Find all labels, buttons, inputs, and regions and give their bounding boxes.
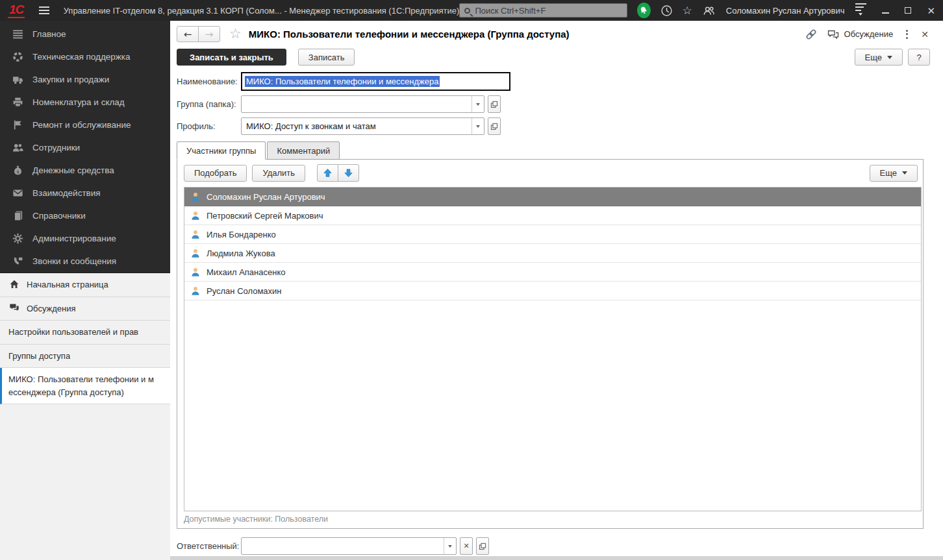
flag-icon — [12, 119, 23, 130]
name-input-selected-text: МИКО: Пользователи телефонии и мессендже… — [245, 76, 440, 87]
people-icon — [12, 142, 23, 153]
gear-icon — [12, 233, 23, 244]
tab-comment[interactable]: Комментарий — [267, 141, 340, 160]
help-button[interactable]: ? — [908, 49, 930, 66]
titlebar: 1С Управление IT-отделом 8, редакция 3.1… — [0, 0, 943, 21]
members-list: Соломахин Руслан Артурович Петровский Се… — [184, 187, 922, 511]
profile-input-value: МИКО: Доступ к звонкам и чатам — [242, 118, 472, 134]
form-close-icon[interactable]: ✕ — [921, 29, 929, 40]
sidebar-section-item[interactable]: Справочники — [0, 204, 170, 227]
command-bar: Записать и закрыть Записать Еще ? — [177, 49, 930, 66]
sidebar-section-item[interactable]: Закупки и продажи — [0, 68, 170, 91]
member-row[interactable]: Михаил Апанасенко — [184, 263, 921, 282]
member-row[interactable]: Руслан Соломахин — [184, 282, 921, 300]
sidebar-section-item[interactable]: Администрирование — [0, 227, 170, 250]
sidebar-section-item[interactable]: Техническая поддержка — [0, 45, 170, 68]
members-more-button[interactable]: Еще — [870, 165, 918, 182]
save-and-close-button[interactable]: Записать и закрыть — [177, 49, 286, 66]
save-button[interactable]: Записать — [298, 49, 355, 66]
person-icon — [190, 267, 201, 277]
discussion-icon[interactable] — [827, 29, 839, 40]
favorites-button[interactable]: ☆ — [683, 4, 692, 17]
sidebar-page-item[interactable]: МИКО: Пользователи телефонии и мессендже… — [0, 368, 170, 404]
sidebar-page-item[interactable]: Группы доступа — [0, 345, 170, 369]
window-close-button[interactable]: ✕ — [927, 6, 935, 16]
remove-member-button[interactable]: Удалить — [252, 165, 305, 182]
allowed-members-note: Допустимые участники: Пользователи — [177, 511, 923, 528]
responsible-row: Ответственный: ✕ — [177, 537, 924, 555]
lifebuoy-icon — [12, 51, 23, 62]
get-link-icon[interactable] — [805, 29, 817, 40]
page-title: МИКО: Пользователи телефонии и мессендже… — [249, 29, 570, 40]
person-icon — [190, 229, 201, 239]
group-dropdown-button[interactable] — [472, 96, 484, 112]
maximize-button[interactable] — [905, 7, 911, 14]
form-header: ← → ☆ МИКО: Пользователи телефонии и мес… — [177, 24, 924, 44]
app-window: 1С Управление IT-отделом 8, редакция 3.1… — [0, 0, 943, 560]
nav-forward-button[interactable]: → — [198, 26, 220, 42]
responsible-dropdown-button[interactable] — [444, 538, 456, 554]
chat-icon — [8, 302, 20, 313]
window-title: Управление IT-отделом 8, редакция 3.1 КО… — [64, 6, 460, 16]
responsible-clear-button[interactable]: ✕ — [460, 537, 473, 555]
service-menu-icon[interactable] — [855, 3, 866, 18]
main-menu-icon[interactable] — [39, 6, 49, 14]
mail-icon — [12, 188, 23, 199]
profile-dropdown-button[interactable] — [472, 118, 484, 134]
search-icon — [464, 8, 470, 14]
dropdown-caret-icon — [887, 56, 892, 62]
search-placeholder: Поиск Ctrl+Shift+F — [475, 6, 546, 16]
sidebar-page-item[interactable]: Начальная страница — [0, 273, 170, 297]
books-icon — [12, 210, 23, 221]
truck-icon — [12, 74, 23, 85]
sidebar-section-item[interactable]: Взаимодействия — [0, 182, 170, 204]
arrow-up-icon — [323, 168, 333, 178]
sidebar-section-item[interactable]: Сотрудники — [0, 136, 170, 159]
person-icon — [190, 248, 201, 258]
sidebar-section-item[interactable]: Ремонт и обслуживание — [0, 114, 170, 136]
minimize-button[interactable] — [882, 7, 889, 14]
move-up-button[interactable] — [317, 164, 338, 182]
member-row[interactable]: Соломахин Руслан Артурович — [184, 188, 921, 206]
sidebar-section-item[interactable]: Звонки и сообщения — [0, 250, 170, 273]
form-more-button[interactable]: Еще — [855, 49, 903, 66]
discussion-label[interactable]: Обсуждение — [844, 29, 894, 39]
form-area: ← → ☆ МИКО: Пользователи телефонии и мес… — [170, 21, 943, 560]
pick-members-button[interactable]: Подобрать — [184, 165, 247, 182]
users-button[interactable] — [702, 5, 715, 17]
group-input[interactable] — [241, 95, 484, 113]
group-open-button[interactable] — [488, 95, 501, 113]
group-input-value — [242, 96, 472, 112]
open-icon — [479, 542, 486, 550]
member-row[interactable]: Илья Бондаренко — [184, 225, 921, 244]
members-panel: Подобрать Удалить — [177, 159, 924, 529]
sidebar-section-item[interactable]: Главное — [0, 23, 170, 45]
sidebar-page-item[interactable]: Настройки пользователей и прав — [0, 321, 170, 345]
profile-open-button[interactable] — [488, 117, 501, 135]
sidebar-section-item[interactable]: s Денежные средства — [0, 159, 170, 182]
member-row[interactable]: Людмила Жукова — [184, 244, 921, 263]
member-row[interactable]: Петровский Сергей Маркович — [184, 206, 921, 225]
window-controls: ✕ — [882, 6, 935, 16]
more-menu-icon[interactable] — [903, 29, 911, 40]
phone-chat-icon — [12, 256, 23, 267]
profile-input[interactable]: МИКО: Доступ к звонкам и чатам — [241, 117, 484, 135]
move-down-button[interactable] — [338, 164, 359, 182]
profile-field-label: Профиль: — [177, 121, 241, 131]
tab-group-members[interactable]: Участники группы — [177, 141, 266, 160]
nav-back-button[interactable]: ← — [177, 26, 199, 42]
window-status-strip — [170, 556, 943, 560]
bell-icon — [639, 6, 648, 15]
sidebar-section-item[interactable]: Номенклатура и склад — [0, 91, 170, 114]
name-input[interactable]: МИКО: Пользователи телефонии и мессендже… — [241, 72, 510, 91]
responsible-open-button[interactable] — [476, 537, 489, 555]
add-to-favorites-icon[interactable]: ☆ — [229, 27, 242, 41]
history-button[interactable] — [660, 5, 673, 17]
notifications-button[interactable] — [637, 3, 651, 18]
global-search-input[interactable]: Поиск Ctrl+Shift+F — [459, 3, 627, 18]
responsible-input[interactable] — [241, 537, 457, 555]
sidebar-page-item[interactable]: Обсуждения — [0, 297, 170, 321]
sidebar-sections: Главное Техническая поддержка Закупки и … — [0, 21, 170, 273]
users-icon — [702, 5, 715, 17]
home-icon — [8, 278, 20, 289]
